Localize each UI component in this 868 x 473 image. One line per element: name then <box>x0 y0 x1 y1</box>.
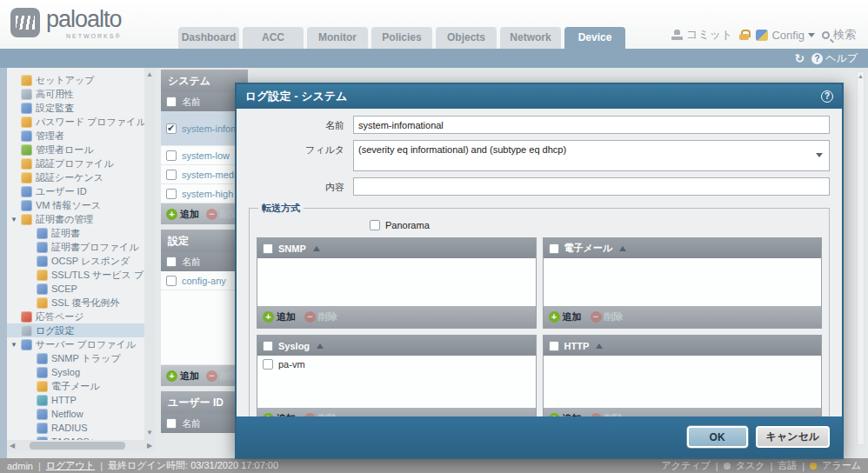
refresh-icon[interactable]: ↻ <box>794 52 805 64</box>
list-item[interactable]: pa-vm <box>257 356 536 373</box>
snmp-trap-icon <box>37 353 48 364</box>
tasks-link[interactable]: タスク <box>736 459 765 472</box>
row-checkbox[interactable] <box>263 359 273 370</box>
logout-link[interactable]: ログアウト <box>46 459 95 472</box>
sidebar-item-authentication-sequence[interactable]: 認証シーケンス <box>7 170 144 184</box>
add-button[interactable]: +追加 <box>166 208 199 221</box>
description-label: 内容 <box>249 177 353 194</box>
select-all-checkbox[interactable] <box>263 341 273 351</box>
commit-button[interactable]: コミット <box>671 27 732 43</box>
add-button[interactable]: +追加 <box>166 370 199 383</box>
scroll-left-icon[interactable]: ◀ <box>7 442 17 450</box>
sidebar-item-syslog[interactable]: Syslog <box>7 365 144 379</box>
sidebar-item-scep[interactable]: SCEP <box>7 282 144 296</box>
sidebar-vertical-scrollbar[interactable]: ▲ ▼ <box>144 68 155 440</box>
sidebar-item-server-profiles[interactable]: ▼サーバー プロファイル <box>7 337 144 351</box>
sidebar-item-setup[interactable]: セットアップ <box>7 73 144 87</box>
select-all-checkbox[interactable] <box>166 256 177 267</box>
row-checkbox[interactable] <box>166 150 177 161</box>
sidebar-item-ocsp-responder[interactable]: OCSP レスポンダ <box>7 254 144 268</box>
http-icon <box>37 395 48 406</box>
alarm-bell-icon <box>810 463 817 470</box>
netflow-icon <box>37 409 48 420</box>
sidebar-item-vm-information-sources[interactable]: VM 情報ソース <box>7 198 144 212</box>
name-field[interactable] <box>353 116 830 134</box>
select-all-checkbox[interactable] <box>263 243 273 254</box>
tab-acc[interactable]: ACC <box>243 27 304 49</box>
row-checkbox[interactable] <box>166 189 177 199</box>
ok-button[interactable]: OK <box>687 426 748 448</box>
config-menu-button[interactable]: Config <box>756 29 815 42</box>
sidebar-item-http[interactable]: HTTP <box>7 393 144 407</box>
dialog-help-icon[interactable]: ? <box>821 90 833 103</box>
help-button[interactable]: ? ヘルプ <box>811 51 858 66</box>
scroll-up-icon[interactable]: ▲ <box>144 70 155 80</box>
config-icon <box>756 30 768 41</box>
sidebar-item-log-settings[interactable]: ログ設定 <box>7 323 144 337</box>
scroll-right-icon[interactable]: ▶ <box>144 442 155 450</box>
scroll-up-icon[interactable]: ▲ <box>858 73 864 79</box>
sidebar-item-config-audit[interactable]: 設定監査 <box>7 101 144 115</box>
sidebar-item-email[interactable]: 電子メール <box>7 379 144 393</box>
sidebar-item-user-id[interactable]: ユーザー ID <box>7 184 144 198</box>
lock-icon[interactable] <box>739 30 749 40</box>
sidebar-item-high-availability[interactable]: 高可用性 <box>7 87 144 101</box>
scrollbar-thumb[interactable] <box>30 442 125 450</box>
cancel-button[interactable]: キャンセル <box>756 426 830 448</box>
sidebar-item-administrators[interactable]: 管理者 <box>7 129 144 143</box>
alarms-link[interactable]: アラーム <box>822 459 861 472</box>
search-button[interactable]: 検索 <box>822 27 856 43</box>
http-panel-header: HTTP <box>544 336 822 356</box>
add-button[interactable]: +追加 <box>263 310 296 323</box>
description-field[interactable] <box>353 177 830 196</box>
status-bar: admin | ログアウト | 最終ログイン時間: 03/31/2020 17:… <box>0 458 868 473</box>
sort-ascending-icon[interactable] <box>317 343 324 349</box>
panorama-checkbox[interactable] <box>370 220 380 230</box>
certificate-profile-icon <box>37 242 48 253</box>
add-button[interactable]: +追加 <box>549 310 582 323</box>
row-checkbox[interactable] <box>166 123 177 134</box>
sort-ascending-icon[interactable] <box>313 246 320 251</box>
content-vertical-scrollbar[interactable]: ▲ <box>857 71 865 445</box>
sidebar-item-certificate-management[interactable]: ▼証明書の管理 <box>7 212 144 226</box>
ssl-decryption-icon <box>37 297 48 309</box>
row-checkbox[interactable] <box>166 170 177 180</box>
language-link[interactable]: 言語 <box>778 459 797 472</box>
select-all-checkbox[interactable] <box>166 97 177 107</box>
sidebar-item-admin-roles[interactable]: 管理者ロール <box>7 143 144 157</box>
tree-expander-icon[interactable]: ▼ <box>10 341 17 349</box>
select-all-checkbox[interactable] <box>166 418 177 429</box>
tab-device[interactable]: Device <box>564 27 625 49</box>
tab-monitor[interactable]: Monitor <box>307 27 368 49</box>
secondary-toolbar: ↻ ? ヘルプ <box>0 49 868 68</box>
sidebar-item-snmp-trap[interactable]: SNMP トラップ <box>7 351 144 365</box>
minus-icon: − <box>206 209 217 220</box>
sort-ascending-icon[interactable] <box>619 246 626 251</box>
sort-ascending-icon[interactable] <box>596 343 603 349</box>
sidebar-item-authentication-profile[interactable]: 認証プロファイル <box>7 157 144 170</box>
device-sidebar: セットアップ 高可用性 設定監査 パスワード プロファイル 管理者 管理者ロール… <box>7 68 144 440</box>
log-settings-system-dialog: ログ設定 - システム ? 名前 フィルタ (severity eq infor… <box>235 83 844 459</box>
tab-network[interactable]: Network <box>500 27 561 49</box>
sidebar-horizontal-scrollbar[interactable]: ◀ ▶ <box>7 440 155 451</box>
select-all-checkbox[interactable] <box>549 243 559 254</box>
sidebar-item-radius[interactable]: RADIUS <box>7 421 144 435</box>
tab-dashboard[interactable]: Dashboard <box>178 27 239 49</box>
select-all-checkbox[interactable] <box>549 341 559 351</box>
sidebar-item-certificates[interactable]: 証明書 <box>7 226 144 240</box>
sidebar-item-password-profiles[interactable]: パスワード プロファイル <box>7 115 144 129</box>
sidebar-item-ssl-decryption-exclusion[interactable]: SSL 復号化例外 <box>7 296 144 310</box>
tab-objects[interactable]: Objects <box>436 27 497 49</box>
tree-expander-icon[interactable]: ▼ <box>10 216 17 223</box>
sidebar-item-ssl-tls-service-profile[interactable]: SSL/TLS サービス プロファイル <box>7 268 144 282</box>
sidebar-item-certificate-profile[interactable]: 証明書プロファイル <box>7 240 144 254</box>
email-panel-actions: +追加 −削除 <box>544 306 822 328</box>
tab-policies[interactable]: Policies <box>371 27 432 49</box>
scroll-down-icon[interactable]: ▼ <box>144 428 155 438</box>
filter-field[interactable]: (severity eq informational) and (subtype… <box>353 140 830 171</box>
sidebar-item-netflow[interactable]: Netflow <box>7 407 144 421</box>
authentication-sequence-icon <box>21 172 32 183</box>
row-checkbox[interactable] <box>166 276 177 286</box>
sidebar-item-response-pages[interactable]: 応答ページ <box>7 310 144 323</box>
filter-dropdown-icon[interactable] <box>816 153 823 157</box>
